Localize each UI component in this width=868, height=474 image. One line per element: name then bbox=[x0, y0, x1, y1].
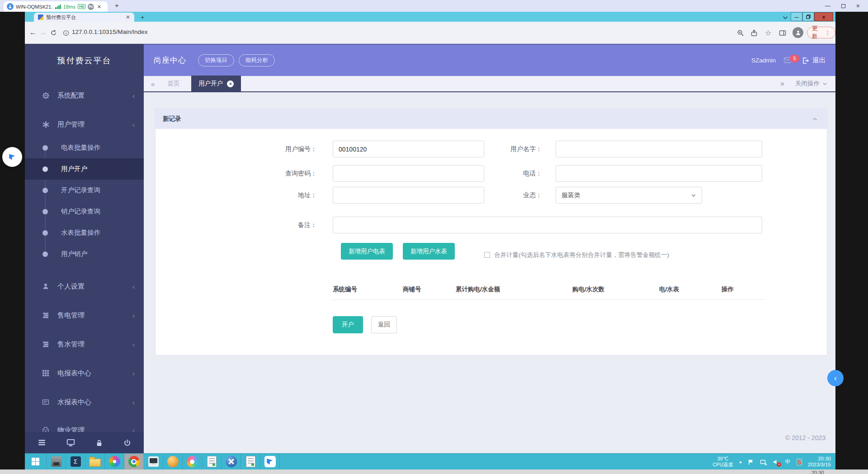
todesk-floating-button[interactable] bbox=[2, 147, 22, 167]
tab-scroll-left-icon[interactable]: « bbox=[151, 80, 155, 88]
tab-home[interactable]: 首页 bbox=[167, 80, 179, 88]
share-icon[interactable] bbox=[750, 28, 758, 37]
remote-chrome-tab[interactable]: 预付费云平台 ✕ bbox=[34, 13, 134, 22]
query-password-field[interactable] bbox=[333, 165, 484, 182]
remote-restore-button[interactable] bbox=[802, 12, 814, 21]
switch-project-button[interactable]: 切换项目 bbox=[198, 54, 234, 66]
sidebar-item-close-account[interactable]: 用户销户 bbox=[25, 243, 144, 265]
network-icon[interactable] bbox=[760, 458, 767, 466]
sogou-icon[interactable]: S bbox=[796, 458, 802, 466]
chevron-left-icon: ‹ bbox=[132, 283, 135, 290]
bookmark-star-icon[interactable]: ☆ bbox=[765, 28, 771, 37]
tray-expand-icon[interactable]: ▲ bbox=[738, 460, 742, 464]
taskbar-network-tool-icon[interactable] bbox=[183, 454, 202, 469]
chrome-update-button[interactable]: 更新 ⋮ bbox=[807, 27, 835, 38]
sidebar-item-system-config[interactable]: 系统配置 ‹ bbox=[25, 87, 144, 104]
new-record-panel: 新记录 用户编号： 用户名字： 查询密码： 电话： bbox=[155, 109, 827, 356]
volume-muted-icon[interactable]: × bbox=[773, 458, 779, 466]
copyright-footer: © 2012 - 2023 bbox=[785, 434, 826, 441]
latency-label: 18ms bbox=[63, 4, 75, 9]
remote-close-button[interactable]: x bbox=[814, 12, 833, 21]
tab-close-icon[interactable]: × bbox=[227, 81, 234, 87]
list-icon bbox=[41, 312, 50, 319]
taskbar-report-viewer-icon[interactable] bbox=[202, 454, 222, 469]
address-bar[interactable]: 127.0.0.1:10315/Main/Index bbox=[72, 28, 147, 35]
logout-button[interactable]: 退出 bbox=[802, 56, 826, 65]
sidebar-item-personal-settings[interactable]: 个人设置 ‹ bbox=[25, 278, 144, 294]
address-field[interactable] bbox=[333, 187, 484, 204]
sidebar-item-water-report-center[interactable]: 水报表中心 ‹ bbox=[25, 394, 144, 410]
edge-expand-button[interactable]: ‹ bbox=[827, 370, 844, 386]
window-menu-chevron-icon[interactable] bbox=[782, 13, 788, 21]
chrome-menu-icon[interactable]: ⋮ bbox=[825, 29, 831, 36]
taskbar-report-viewer-2-icon[interactable] bbox=[241, 454, 260, 469]
taskbar-todesk-icon[interactable] bbox=[260, 454, 280, 469]
tab-scroll-right-icon[interactable]: » bbox=[780, 80, 784, 88]
taskbar-server-manager-icon[interactable] bbox=[47, 454, 66, 469]
sidebar-item-open-record-query[interactable]: 开户记录查询 bbox=[25, 180, 144, 201]
sidebar-item-water-sales[interactable]: 售水管理 ‹ bbox=[25, 336, 144, 352]
local-new-tab-button[interactable]: + bbox=[115, 1, 119, 9]
profile-avatar[interactable] bbox=[793, 27, 803, 38]
local-browser-tab[interactable]: WIN-OQMSK21... 18ms HD RU ✕ bbox=[4, 1, 108, 12]
business-type-select[interactable]: 服装类 bbox=[556, 187, 702, 204]
message-count-badge: 5 bbox=[790, 55, 799, 62]
flag-icon[interactable] bbox=[748, 458, 755, 466]
local-minimize-button[interactable]: — bbox=[825, 3, 830, 9]
remote-tab-close-icon[interactable]: ✕ bbox=[126, 14, 130, 20]
back-icon[interactable]: ← bbox=[29, 28, 37, 37]
local-maximize-button[interactable] bbox=[841, 4, 845, 8]
messages-button[interactable]: 5 bbox=[783, 56, 795, 65]
collapse-panel-icon[interactable] bbox=[812, 116, 818, 123]
sidebar-item-user-management[interactable]: 用户管理 ‹ bbox=[25, 116, 144, 133]
taskbar-config-tool-icon[interactable] bbox=[163, 454, 183, 469]
sidebar-item-electric-report-center[interactable]: 电报表中心 ‹ bbox=[25, 365, 144, 381]
user-no-field[interactable] bbox=[333, 141, 484, 157]
menu-toggle-icon[interactable] bbox=[38, 438, 46, 447]
power-icon[interactable] bbox=[123, 438, 131, 446]
list-icon bbox=[41, 341, 50, 348]
back-button[interactable]: 返回 bbox=[371, 316, 397, 333]
start-button[interactable] bbox=[25, 454, 47, 469]
remote-minimize-button[interactable]: — bbox=[791, 12, 802, 21]
sidebar-item-electric-sales[interactable]: 售电管理 ‹ bbox=[25, 307, 144, 323]
zoom-icon[interactable] bbox=[737, 28, 744, 37]
bullet-icon bbox=[42, 230, 48, 236]
local-close-button[interactable]: × bbox=[856, 2, 860, 9]
bullet-icon bbox=[42, 209, 48, 214]
taskbar-admin-tools-icon[interactable] bbox=[222, 454, 241, 469]
user-name-field[interactable] bbox=[556, 141, 762, 157]
sidebar-item-open-account[interactable]: 用户开户 bbox=[25, 158, 144, 180]
remote-new-tab-button[interactable]: + bbox=[141, 14, 144, 21]
sidebar-item-water-meter-batch-ops[interactable]: 水表批量操作 bbox=[25, 222, 144, 243]
tab-open-account[interactable]: 用户开户 × bbox=[191, 76, 241, 92]
ime-indicator[interactable]: 中 bbox=[785, 458, 791, 466]
forward-icon[interactable]: → bbox=[39, 28, 47, 37]
local-tab-close-icon[interactable]: ✕ bbox=[97, 4, 101, 10]
remote-chrome-toolbar: ← → 127.0.0.1:10315/Main/Index ☆ 更新 ⋮ bbox=[25, 22, 835, 44]
remark-field[interactable] bbox=[333, 217, 762, 233]
reload-icon[interactable] bbox=[50, 28, 57, 37]
taskbar-media-app-icon[interactable] bbox=[105, 454, 124, 469]
open-account-button[interactable]: 开户 bbox=[333, 316, 363, 333]
site-info-icon[interactable] bbox=[63, 28, 69, 37]
add-electric-meter-button[interactable]: 新增用户电表 bbox=[341, 243, 393, 260]
remote-session-favicon bbox=[7, 3, 14, 10]
monitor-icon[interactable] bbox=[66, 438, 75, 447]
lock-icon[interactable] bbox=[95, 438, 103, 446]
phone-field[interactable] bbox=[556, 165, 762, 182]
side-panel-icon[interactable] bbox=[779, 28, 786, 37]
add-water-meter-button[interactable]: 新增用户水表 bbox=[403, 243, 455, 260]
close-operations-dropdown[interactable]: 关闭操作 bbox=[795, 80, 827, 88]
taskbar-file-explorer-icon[interactable] bbox=[85, 454, 105, 469]
taskbar-monitor-app-icon[interactable] bbox=[144, 454, 163, 469]
merge-metering-checkbox[interactable] bbox=[484, 252, 490, 258]
sidebar-item-meter-batch-ops[interactable]: 电表批量操作 bbox=[25, 137, 144, 158]
taskbar-clock[interactable]: 20:30 2023/3/15 bbox=[808, 456, 831, 468]
energy-analysis-button[interactable]: 能耗分析 bbox=[239, 54, 275, 66]
chevron-down-icon bbox=[691, 193, 696, 198]
taskbar-chrome-icon[interactable] bbox=[124, 454, 144, 469]
letterbox-right bbox=[835, 12, 868, 469]
sidebar-item-close-record-query[interactable]: 销户记录查询 bbox=[25, 201, 144, 222]
taskbar-powershell-icon[interactable]: Σ bbox=[66, 454, 85, 469]
